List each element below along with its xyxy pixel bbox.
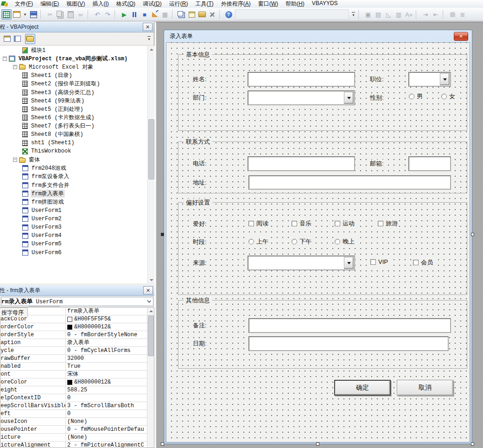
tree-item[interactable]: 模块1 <box>0 46 154 54</box>
tree-item[interactable]: VBAProject (trae_vba同步测试.xlsm) <box>0 54 154 63</box>
scroll-up-icon[interactable] <box>147 307 154 314</box>
tree-item[interactable]: UserForm3 <box>0 223 154 231</box>
cancel-button[interactable]: 取消 <box>397 380 453 396</box>
tree-item[interactable]: UserForm2 <box>0 215 154 223</box>
menu-item[interactable]: 视图(V) <box>63 0 89 9</box>
tree-item[interactable]: Sheet7 (多行表头归一) <box>0 122 154 130</box>
comment-block-icon[interactable]: ▣ <box>363 9 373 19</box>
tree-item[interactable]: Sheet6 (卡片数据生成) <box>0 114 154 122</box>
indent-icon[interactable]: ⇥ <box>420 9 431 19</box>
member-checkbox[interactable]: 会员 <box>412 258 434 267</box>
object-selector[interactable]: frm录入表单 UserForm <box>1 297 153 306</box>
tree-item[interactable]: Sheet8 (中国象棋) <box>0 130 154 139</box>
close-icon[interactable]: ✕ <box>143 23 153 31</box>
tree-item[interactable]: frm录入表单 <box>0 189 154 198</box>
toolbar-icon[interactable] <box>443 10 446 19</box>
toolbar-icon[interactable] <box>416 10 419 19</box>
menu-item[interactable]: 调试(D) <box>139 0 165 9</box>
dropdown-arrow-icon[interactable] <box>440 73 450 85</box>
Cycle[interactable]: Cycle 0 - fmCycleAllForms <box>0 347 154 355</box>
tree-item[interactable]: frm多文件合并 <box>0 181 154 189</box>
close-icon[interactable]: ✕ <box>454 32 468 41</box>
pause-icon[interactable] <box>129 9 140 19</box>
menu-item[interactable]: 帮助(H) <box>282 0 308 9</box>
date-input[interactable] <box>248 336 449 351</box>
redo-icon[interactable]: ↷ <box>102 9 113 19</box>
stop-icon[interactable]: ■ <box>140 9 150 19</box>
tools-icon[interactable] <box>207 9 217 19</box>
tree-item[interactable]: ThisWorkbook <box>0 147 154 155</box>
source-combo[interactable] <box>248 256 355 270</box>
properties-window-icon[interactable] <box>187 9 197 19</box>
toolbar-icon[interactable] <box>114 10 118 19</box>
undo-icon[interactable]: ↶ <box>92 9 102 19</box>
email-input[interactable] <box>408 156 451 171</box>
hobby-check-reading[interactable]: 阅读 <box>247 219 270 228</box>
scroll-up-icon[interactable] <box>148 46 154 53</box>
next-bookmark-icon[interactable]: ▥ <box>394 9 404 19</box>
gender-radio-female[interactable]: 女 <box>440 92 457 101</box>
vip-checkbox[interactable]: VIP <box>369 258 389 266</box>
toolbar-icon[interactable] <box>172 10 175 19</box>
close-icon[interactable]: ✕ <box>143 286 153 294</box>
PictureAlignment[interactable]: PictureAlignment 2 - fmPictureAlignmentC <box>0 442 154 448</box>
ok-button[interactable]: 确定 <box>334 380 391 396</box>
panel-overflow-icon[interactable]: ▾ <box>146 34 152 44</box>
resize-handle-bottom[interactable] <box>316 442 319 446</box>
tab-alphabetic[interactable]: 按字母序 <box>0 307 28 317</box>
tree-item[interactable]: UserForm1 <box>0 206 154 215</box>
KeepScrollBarsVisible[interactable]: KeepScrollBarsVisible 3 - fmScrollBarsBo… <box>0 402 154 410</box>
Picture[interactable]: Picture (None) <box>0 434 154 442</box>
tree-item[interactable]: frm泵设备录入 <box>0 173 154 181</box>
collapse-icon[interactable] <box>3 57 7 61</box>
DrawBuffer[interactable]: DrawBuffer 32000 <box>0 355 154 363</box>
hobby-check-music[interactable]: 音乐 <box>290 219 313 228</box>
complete-word-icon[interactable]: A» <box>404 9 414 19</box>
MouseIcon[interactable]: MouseIcon (None) <box>0 418 154 426</box>
copy-icon[interactable] <box>55 9 65 19</box>
menu-item[interactable]: 窗口(W) <box>254 0 282 9</box>
BorderStyle[interactable]: BorderStyle 0 - fmBorderStyleNone <box>0 331 154 339</box>
dropdown-arrow-icon[interactable] <box>344 92 354 104</box>
tree-item[interactable]: UserForm6 <box>0 249 154 257</box>
collapse-icon[interactable] <box>13 158 17 162</box>
tree-item[interactable]: Sheet5 (正则处理) <box>0 105 154 113</box>
tree-item[interactable]: UserForm4 <box>0 231 154 240</box>
menu-item[interactable]: 编辑(E) <box>37 0 63 9</box>
view-object-icon[interactable] <box>12 34 22 44</box>
list-properties-icon[interactable]: ≣ <box>458 9 468 19</box>
menu-item[interactable]: 运行(R) <box>165 0 192 9</box>
run-icon[interactable]: ▶ <box>119 9 129 19</box>
gender-radio-male[interactable]: 男 <box>407 92 424 101</box>
tree-scrollbar[interactable] <box>147 46 154 283</box>
address-input[interactable] <box>248 175 451 190</box>
design-mode-icon[interactable] <box>150 9 160 19</box>
hobby-check-travel[interactable]: 旅游 <box>376 219 399 228</box>
userform-titlebar[interactable]: 录入表单 ✕ <box>166 30 470 42</box>
tree-item[interactable]: Sheet1 (目录) <box>0 71 154 80</box>
tree-item[interactable]: Microsoft Excel 对象 <box>0 63 154 71</box>
name-input[interactable] <box>248 72 355 87</box>
menu-item[interactable]: VBAYYDS <box>308 0 342 9</box>
BorderColor[interactable]: BorderColor &H80000012& <box>0 323 154 331</box>
resize-handle-left[interactable] <box>161 233 164 236</box>
properties-scrollbar[interactable] <box>147 307 154 448</box>
period-radio-afternoon[interactable]: 下午 <box>290 237 313 246</box>
dept-combo[interactable] <box>248 90 355 105</box>
view-code-icon[interactable] <box>2 34 12 44</box>
period-radio-evening[interactable]: 晚上 <box>333 237 356 246</box>
menu-item[interactable]: 文件(F) <box>11 0 37 9</box>
Caption[interactable]: Caption 录入表单 <box>0 339 154 347</box>
tree-item[interactable]: sht1 (Sheet1) <box>0 139 154 147</box>
toolbar-overflow-icon[interactable]: ▾ <box>350 9 356 19</box>
scroll-thumb[interactable] <box>148 315 154 356</box>
tree-item[interactable]: Sheet3 (高级分类汇总) <box>0 88 154 96</box>
collapse-icon[interactable] <box>13 65 17 69</box>
paste-icon[interactable] <box>65 9 76 19</box>
userform-client[interactable]: 基本信息 姓名: 职位: 部门: 性别: 男 女 联系方式 电话: 邮箱: 地址… <box>166 42 470 442</box>
scroll-down-icon[interactable] <box>148 276 154 283</box>
save-icon[interactable] <box>28 9 38 19</box>
ForeColor[interactable]: ForeColor &H80000012& <box>0 378 154 386</box>
cut-icon[interactable]: ✂ <box>45 9 55 19</box>
menu-item[interactable]: 工具(T) <box>191 0 217 9</box>
